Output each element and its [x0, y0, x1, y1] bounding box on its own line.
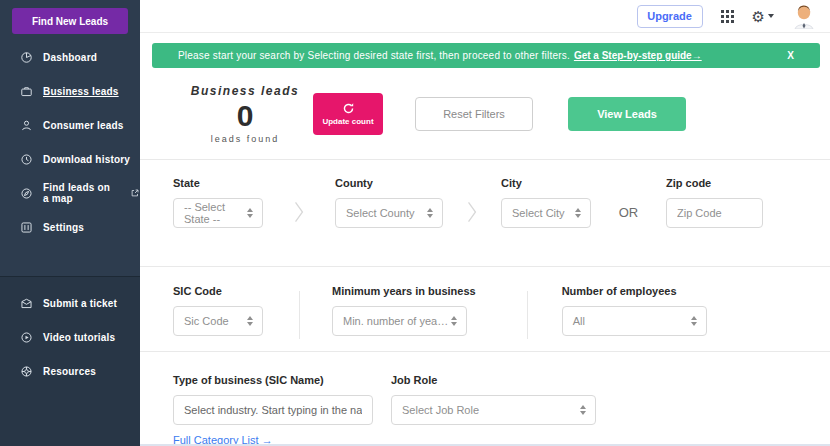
sidebar-item-settings[interactable]: Settings	[0, 210, 140, 244]
update-count-button[interactable]: Update count	[313, 93, 383, 135]
vertical-divider	[299, 291, 300, 339]
lifering-icon	[20, 365, 33, 378]
sic-code-field: SIC Code Sic Code	[173, 285, 263, 336]
sidebar-item-business-leads[interactable]: Business leads	[0, 74, 140, 108]
zip-field: Zip code	[666, 177, 763, 228]
city-label: City	[501, 177, 591, 189]
refresh-icon	[342, 102, 355, 115]
view-leads-button[interactable]: View Leads	[568, 97, 686, 131]
sidebar-item-resources[interactable]: Resources	[0, 354, 140, 388]
leads-count-caption: leads found	[185, 134, 305, 144]
apps-grid-icon[interactable]	[721, 10, 734, 23]
select-caret-icon	[247, 316, 253, 326]
chevron-down-icon	[768, 14, 774, 18]
sidebar-nav: Dashboard Business leads Consumer leads …	[0, 40, 140, 244]
type-of-business-label: Type of business (SIC Name)	[173, 374, 373, 386]
dashboard-icon	[20, 51, 33, 64]
settings-menu[interactable]: ⚙	[752, 9, 774, 24]
history-icon	[20, 153, 33, 166]
state-select[interactable]: -- Select State --	[173, 198, 263, 228]
topbar: Upgrade ⚙	[140, 0, 830, 33]
settings-icon	[20, 221, 33, 234]
or-separator: OR	[591, 197, 666, 227]
employees-select[interactable]: All	[562, 306, 707, 336]
chevron-right-icon	[443, 197, 501, 227]
app-root: Find New Leads Dashboard Business leads …	[0, 0, 830, 446]
city-select-value: Select City	[512, 207, 565, 219]
sic-code-label: SIC Code	[173, 285, 263, 297]
step-by-step-guide-link[interactable]: Get a Step-by-step guide→	[574, 50, 702, 61]
sidebar-item-label: Settings	[43, 222, 84, 233]
years-in-business-field: Minimum years in business Min. number of…	[332, 285, 476, 336]
type-of-business-field: Type of business (SIC Name)	[173, 374, 373, 425]
state-select-value: -- Select State --	[184, 201, 247, 225]
job-role-select-value: Select Job Role	[402, 404, 479, 416]
leads-count: 0	[185, 98, 305, 134]
select-caret-icon	[247, 208, 253, 218]
sidebar-item-consumer-leads[interactable]: Consumer leads	[0, 108, 140, 142]
job-role-field: Job Role Select Job Role	[391, 374, 596, 425]
business-filters-row: SIC Code Sic Code Minimum years in busin…	[140, 267, 830, 351]
sidebar-item-label: Dashboard	[43, 52, 97, 63]
job-role-label: Job Role	[391, 374, 596, 386]
leads-count-block: Business leads 0 leads found	[185, 84, 305, 144]
county-select-value: Select County	[346, 207, 414, 219]
sidebar-item-label: Resources	[43, 366, 96, 377]
page-title: Business leads	[185, 84, 305, 98]
vertical-divider	[527, 291, 528, 339]
county-select[interactable]: Select County	[335, 198, 443, 228]
person-icon	[20, 119, 33, 132]
sidebar-item-label: Business leads	[43, 86, 119, 97]
briefcase-icon	[20, 85, 33, 98]
update-count-label: Update count	[322, 117, 373, 126]
zip-label: Zip code	[666, 177, 763, 189]
upgrade-button[interactable]: Upgrade	[637, 5, 703, 28]
select-caret-icon	[451, 316, 457, 326]
select-caret-icon	[575, 208, 581, 218]
banner-close-button[interactable]: X	[787, 50, 794, 61]
banner-message: Please start your search by Selecting de…	[178, 50, 570, 61]
sidebar-footer: Submit a ticket Video tutorials Resource…	[0, 276, 140, 446]
sidebar-item-label: Download history	[43, 154, 130, 165]
gear-icon: ⚙	[752, 9, 765, 24]
sidebar-item-label: Consumer leads	[43, 120, 124, 131]
employees-select-value: All	[573, 315, 585, 327]
sidebar-item-download-history[interactable]: Download history	[0, 142, 140, 176]
main-content: Upgrade ⚙ Please start your search by Se…	[140, 0, 830, 446]
job-role-select[interactable]: Select Job Role	[391, 395, 596, 425]
find-new-leads-button[interactable]: Find New Leads	[12, 8, 128, 34]
info-banner: Please start your search by Selecting de…	[152, 43, 820, 67]
select-caret-icon	[580, 405, 586, 415]
user-avatar[interactable]	[792, 3, 816, 29]
sidebar-item-label: Find leads on a map	[43, 182, 116, 204]
employees-field: Number of employees All	[562, 285, 707, 336]
leads-summary: Business leads 0 leads found Update coun…	[140, 68, 830, 144]
city-select[interactable]: Select City	[501, 198, 591, 228]
compass-icon	[20, 187, 33, 200]
sidebar-item-find-leads-map[interactable]: Find leads on a map	[0, 176, 140, 210]
type-filters-row: Type of business (SIC Name) Job Role Sel…	[140, 352, 830, 425]
county-label: County	[335, 177, 443, 189]
county-field: County Select County	[335, 177, 443, 228]
reset-filters-button[interactable]: Reset Filters	[415, 97, 533, 131]
state-field: State -- Select State --	[173, 177, 263, 228]
sidebar-item-label: Video tutorials	[43, 332, 115, 343]
sidebar-item-video-tutorials[interactable]: Video tutorials	[0, 320, 140, 354]
city-field: City Select City	[501, 177, 591, 228]
ticket-icon	[20, 297, 33, 310]
sic-code-select-value: Sic Code	[184, 315, 229, 327]
video-icon	[20, 331, 33, 344]
zip-input[interactable]	[666, 198, 763, 228]
sidebar: Find New Leads Dashboard Business leads …	[0, 0, 140, 446]
years-in-business-label: Minimum years in business	[332, 285, 476, 297]
type-of-business-input[interactable]	[173, 395, 373, 425]
state-label: State	[173, 177, 263, 189]
sidebar-item-submit-ticket[interactable]: Submit a ticket	[0, 286, 140, 320]
employees-label: Number of employees	[562, 285, 707, 297]
years-select-value: Min. number of years in business	[343, 315, 451, 327]
sic-code-select[interactable]: Sic Code	[173, 306, 263, 336]
years-in-business-select[interactable]: Min. number of years in business	[332, 306, 467, 336]
external-link-icon	[130, 188, 140, 198]
select-caret-icon	[427, 208, 433, 218]
sidebar-item-dashboard[interactable]: Dashboard	[0, 40, 140, 74]
